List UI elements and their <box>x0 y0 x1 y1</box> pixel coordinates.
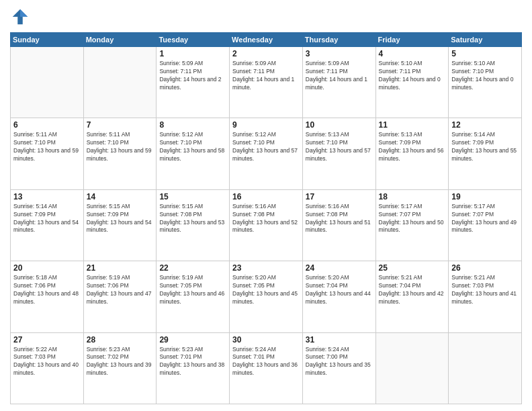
calendar-cell: 31Sunrise: 5:24 AM Sunset: 7:00 PM Dayli… <box>302 332 375 404</box>
day-number: 7 <box>87 120 154 130</box>
cell-details: Sunrise: 5:09 AM Sunset: 7:11 PM Dayligh… <box>306 60 373 92</box>
page: SundayMondayTuesdayWednesdayThursdayFrid… <box>0 0 532 411</box>
cell-details: Sunrise: 5:17 AM Sunset: 7:07 PM Dayligh… <box>451 203 519 235</box>
calendar-table: SundayMondayTuesdayWednesdayThursdayFrid… <box>10 32 522 404</box>
week-row-4: 20Sunrise: 5:18 AM Sunset: 7:06 PM Dayli… <box>11 261 522 332</box>
weekday-header-monday: Monday <box>83 33 157 47</box>
calendar-cell: 25Sunrise: 5:21 AM Sunset: 7:04 PM Dayli… <box>375 261 449 332</box>
day-number: 1 <box>159 49 226 58</box>
cell-details: Sunrise: 5:13 AM Sunset: 7:10 PM Dayligh… <box>306 131 373 163</box>
day-number: 29 <box>159 335 226 345</box>
logo-icon <box>10 7 30 27</box>
day-number: 28 <box>87 335 154 345</box>
calendar-cell: 21Sunrise: 5:19 AM Sunset: 7:06 PM Dayli… <box>83 261 157 332</box>
day-number: 26 <box>451 263 519 273</box>
weekday-header-sunday: Sunday <box>11 33 84 47</box>
cell-details: Sunrise: 5:24 AM Sunset: 7:01 PM Dayligh… <box>232 346 300 378</box>
day-number: 9 <box>232 120 300 130</box>
calendar-cell: 1Sunrise: 5:09 AM Sunset: 7:11 PM Daylig… <box>157 47 230 118</box>
calendar-cell: 14Sunrise: 5:15 AM Sunset: 7:09 PM Dayli… <box>83 189 157 261</box>
day-number: 25 <box>379 263 446 273</box>
cell-details: Sunrise: 5:09 AM Sunset: 7:11 PM Dayligh… <box>232 60 300 92</box>
week-row-2: 6Sunrise: 5:11 AM Sunset: 7:10 PM Daylig… <box>11 118 522 189</box>
calendar-cell <box>11 47 84 118</box>
day-number: 5 <box>451 49 519 58</box>
cell-details: Sunrise: 5:11 AM Sunset: 7:10 PM Dayligh… <box>87 131 154 163</box>
calendar-cell: 26Sunrise: 5:21 AM Sunset: 7:03 PM Dayli… <box>449 261 522 332</box>
cell-details: Sunrise: 5:24 AM Sunset: 7:00 PM Dayligh… <box>306 346 373 378</box>
day-number: 20 <box>13 263 81 273</box>
calendar-cell: 15Sunrise: 5:15 AM Sunset: 7:08 PM Dayli… <box>157 189 230 261</box>
calendar-cell: 11Sunrise: 5:13 AM Sunset: 7:09 PM Dayli… <box>375 118 449 189</box>
day-number: 22 <box>159 263 226 273</box>
weekday-header-wednesday: Wednesday <box>230 33 303 47</box>
calendar-cell: 2Sunrise: 5:09 AM Sunset: 7:11 PM Daylig… <box>230 47 303 118</box>
cell-details: Sunrise: 5:16 AM Sunset: 7:08 PM Dayligh… <box>232 203 300 235</box>
cell-details: Sunrise: 5:17 AM Sunset: 7:07 PM Dayligh… <box>379 203 446 235</box>
cell-details: Sunrise: 5:21 AM Sunset: 7:04 PM Dayligh… <box>379 274 446 306</box>
cell-details: Sunrise: 5:15 AM Sunset: 7:08 PM Dayligh… <box>159 203 226 235</box>
week-row-1: 1Sunrise: 5:09 AM Sunset: 7:11 PM Daylig… <box>11 47 522 118</box>
day-number: 8 <box>159 120 226 130</box>
svg-marker-1 <box>20 9 28 17</box>
cell-details: Sunrise: 5:10 AM Sunset: 7:11 PM Dayligh… <box>379 60 446 92</box>
day-number: 2 <box>232 49 300 58</box>
calendar-cell: 28Sunrise: 5:23 AM Sunset: 7:02 PM Dayli… <box>83 332 157 404</box>
day-number: 13 <box>13 192 81 201</box>
calendar-cell: 29Sunrise: 5:23 AM Sunset: 7:01 PM Dayli… <box>157 332 230 404</box>
day-number: 27 <box>13 335 81 345</box>
day-number: 31 <box>306 335 373 345</box>
weekday-header-saturday: Saturday <box>449 33 522 47</box>
calendar-cell: 3Sunrise: 5:09 AM Sunset: 7:11 PM Daylig… <box>302 47 375 118</box>
cell-details: Sunrise: 5:18 AM Sunset: 7:06 PM Dayligh… <box>13 274 81 306</box>
calendar-cell <box>83 47 157 118</box>
day-number: 24 <box>306 263 373 273</box>
calendar-cell <box>375 332 449 404</box>
weekday-header-friday: Friday <box>375 33 449 47</box>
cell-details: Sunrise: 5:20 AM Sunset: 7:05 PM Dayligh… <box>232 274 300 306</box>
cell-details: Sunrise: 5:23 AM Sunset: 7:02 PM Dayligh… <box>87 346 154 378</box>
cell-details: Sunrise: 5:22 AM Sunset: 7:03 PM Dayligh… <box>13 346 81 378</box>
cell-details: Sunrise: 5:16 AM Sunset: 7:08 PM Dayligh… <box>306 203 373 235</box>
day-number: 3 <box>306 49 373 58</box>
day-number: 23 <box>232 263 300 273</box>
calendar-cell: 20Sunrise: 5:18 AM Sunset: 7:06 PM Dayli… <box>11 261 84 332</box>
calendar-cell: 19Sunrise: 5:17 AM Sunset: 7:07 PM Dayli… <box>449 189 522 261</box>
cell-details: Sunrise: 5:11 AM Sunset: 7:10 PM Dayligh… <box>13 131 81 163</box>
calendar-cell: 23Sunrise: 5:20 AM Sunset: 7:05 PM Dayli… <box>230 261 303 332</box>
cell-details: Sunrise: 5:21 AM Sunset: 7:03 PM Dayligh… <box>451 274 519 306</box>
logo <box>10 7 33 27</box>
week-row-5: 27Sunrise: 5:22 AM Sunset: 7:03 PM Dayli… <box>11 332 522 404</box>
day-number: 16 <box>232 192 300 201</box>
calendar-cell <box>449 332 522 404</box>
calendar-cell: 9Sunrise: 5:12 AM Sunset: 7:10 PM Daylig… <box>230 118 303 189</box>
day-number: 10 <box>306 120 373 130</box>
calendar-cell: 12Sunrise: 5:14 AM Sunset: 7:09 PM Dayli… <box>449 118 522 189</box>
calendar-cell: 8Sunrise: 5:12 AM Sunset: 7:10 PM Daylig… <box>157 118 230 189</box>
calendar-cell: 16Sunrise: 5:16 AM Sunset: 7:08 PM Dayli… <box>230 189 303 261</box>
day-number: 4 <box>379 49 446 58</box>
cell-details: Sunrise: 5:15 AM Sunset: 7:09 PM Dayligh… <box>87 203 154 235</box>
calendar-cell: 6Sunrise: 5:11 AM Sunset: 7:10 PM Daylig… <box>11 118 84 189</box>
day-number: 30 <box>232 335 300 345</box>
calendar-cell: 5Sunrise: 5:10 AM Sunset: 7:10 PM Daylig… <box>449 47 522 118</box>
calendar-cell: 4Sunrise: 5:10 AM Sunset: 7:11 PM Daylig… <box>375 47 449 118</box>
cell-details: Sunrise: 5:09 AM Sunset: 7:11 PM Dayligh… <box>159 60 226 92</box>
day-number: 14 <box>87 192 154 201</box>
day-number: 12 <box>451 120 519 130</box>
cell-details: Sunrise: 5:12 AM Sunset: 7:10 PM Dayligh… <box>232 131 300 163</box>
calendar-cell: 22Sunrise: 5:19 AM Sunset: 7:05 PM Dayli… <box>157 261 230 332</box>
calendar-cell: 30Sunrise: 5:24 AM Sunset: 7:01 PM Dayli… <box>230 332 303 404</box>
calendar-cell: 27Sunrise: 5:22 AM Sunset: 7:03 PM Dayli… <box>11 332 84 404</box>
cell-details: Sunrise: 5:14 AM Sunset: 7:09 PM Dayligh… <box>451 131 519 163</box>
weekday-header-thursday: Thursday <box>302 33 375 47</box>
day-number: 21 <box>87 263 154 273</box>
cell-details: Sunrise: 5:20 AM Sunset: 7:04 PM Dayligh… <box>306 274 373 306</box>
calendar-cell: 17Sunrise: 5:16 AM Sunset: 7:08 PM Dayli… <box>302 189 375 261</box>
day-number: 19 <box>451 192 519 201</box>
day-number: 15 <box>159 192 226 201</box>
weekday-header-tuesday: Tuesday <box>157 33 230 47</box>
weekday-header-row: SundayMondayTuesdayWednesdayThursdayFrid… <box>11 33 522 47</box>
day-number: 17 <box>306 192 373 201</box>
day-number: 18 <box>379 192 446 201</box>
